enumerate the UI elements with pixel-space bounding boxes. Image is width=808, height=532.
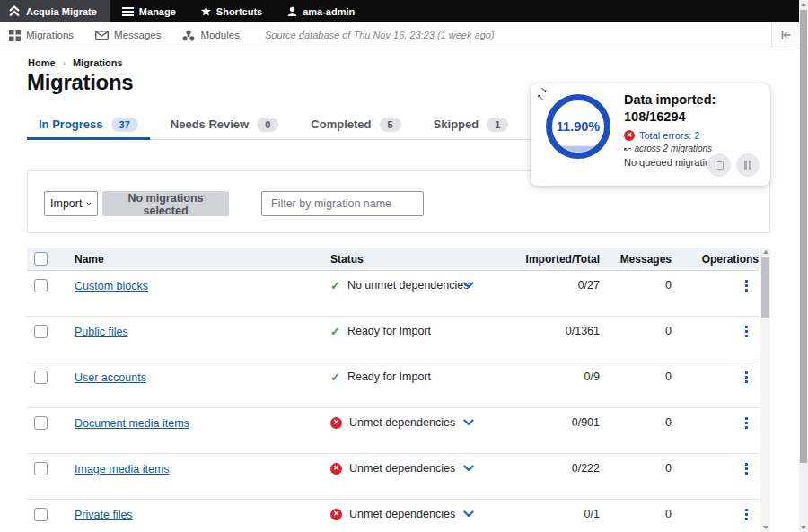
filter-migration-input[interactable]	[261, 191, 424, 216]
migration-name-link[interactable]: Document media items	[75, 417, 189, 430]
table-scrollbar[interactable]	[760, 248, 770, 532]
status-text: Ready for Import	[347, 371, 431, 383]
scroll-up-icon[interactable]	[763, 250, 768, 254]
expand-chevron-down-icon[interactable]	[461, 280, 476, 291]
scroll-down-icon[interactable]	[763, 526, 768, 529]
import-progress-card: ↘↖ 11.90% Data imported: 108/16294 Total…	[531, 83, 770, 186]
header-messages: Messages	[600, 253, 672, 266]
toolbar-item-modules[interactable]: Modules	[171, 30, 250, 41]
data-imported-heading: Data imported:	[624, 92, 763, 109]
modules-icon	[182, 30, 195, 41]
toolbar-item-messages[interactable]: Messages	[84, 30, 171, 40]
status-text: Unmet dependencies	[349, 416, 455, 429]
toolbar-orientation-toggle[interactable]	[771, 22, 799, 48]
breadcrumb-current: Migrations	[73, 57, 123, 68]
arrow-to-bar-icon	[780, 30, 792, 40]
operations-kebab-icon[interactable]	[742, 414, 751, 432]
operations-kebab-icon[interactable]	[742, 460, 751, 477]
row-checkbox[interactable]	[34, 462, 48, 475]
source-database-note: Source database of Thu Nov 16, 23:23 (1 …	[265, 30, 495, 40]
manage-menu[interactable]: Manage	[110, 0, 189, 22]
header-operations: Operations	[672, 253, 759, 266]
error-icon	[624, 130, 635, 141]
messages-count: 0	[600, 371, 672, 383]
tab-label: Skipped	[434, 118, 479, 131]
migration-name-link[interactable]: Custom blocks	[75, 280, 148, 292]
stop-icon	[716, 161, 724, 170]
breadcrumb-separator-icon: ›	[63, 58, 66, 68]
tab-count-badge: 0	[257, 118, 278, 132]
migration-name-link[interactable]: User accounts	[75, 371, 146, 384]
migration-name-link[interactable]: Public files	[75, 326, 128, 338]
data-imported-count: 108/16294	[624, 109, 763, 126]
messages-count: 0	[600, 416, 672, 429]
admin-bar: Acquia Migrate Manage Shortcuts	[0, 0, 799, 22]
status-icon	[330, 371, 340, 383]
migration-row: User accounts Ready for Import 0/9 0	[27, 362, 759, 408]
pause-icon	[744, 161, 751, 170]
status-icon	[330, 417, 342, 429]
operations-kebab-icon[interactable]	[742, 506, 751, 523]
expand-chevron-down-icon[interactable]	[461, 463, 476, 474]
breadcrumb: Home › Migrations	[28, 57, 123, 68]
across-migrations-note: across 2 migrations	[624, 144, 763, 153]
page-scroll-down-icon[interactable]	[801, 526, 806, 529]
select-all-checkbox[interactable]	[34, 252, 48, 266]
user-menu[interactable]: ama-admin	[275, 0, 367, 22]
operations-kebab-icon[interactable]	[742, 369, 751, 386]
tab-count-badge: 1	[487, 118, 508, 132]
row-checkbox[interactable]	[34, 416, 48, 430]
tab-needs-review[interactable]: Needs Review 0	[159, 109, 291, 139]
page-scroll-up-icon[interactable]	[801, 3, 806, 6]
imported-total-value: 0/9	[492, 371, 600, 383]
row-checkbox[interactable]	[34, 279, 48, 292]
secondary-toolbar: Migrations Messages Modules S	[0, 22, 799, 48]
tab-skipped[interactable]: Skipped 1	[422, 109, 521, 139]
acquia-migrate-brand[interactable]: Acquia Migrate	[0, 0, 110, 22]
wave-arrow-icon	[624, 144, 634, 153]
acquia-logo-icon	[8, 5, 21, 17]
tab-completed[interactable]: Completed 5	[299, 109, 412, 139]
stop-import-button[interactable]	[707, 153, 731, 177]
operations-kebab-icon[interactable]	[742, 277, 751, 294]
migration-row: Private files Unmet dependencies 0/1 0	[27, 500, 759, 532]
user-label: ama-admin	[303, 6, 355, 17]
migration-name-link[interactable]: Private files	[75, 509, 133, 521]
tab-count-badge: 37	[111, 118, 138, 132]
imported-total-value: 0/1361	[492, 325, 600, 337]
shortcuts-menu[interactable]: Shortcuts	[189, 0, 275, 22]
tab-label: In Progress	[39, 118, 103, 131]
row-checkbox[interactable]	[34, 508, 48, 521]
toolbar-item-migrations[interactable]: Migrations	[0, 30, 84, 41]
table-scrollbar-thumb[interactable]	[761, 257, 769, 318]
operations-kebab-icon[interactable]	[742, 323, 751, 340]
expand-chevron-down-icon[interactable]	[461, 417, 476, 428]
imported-total-value: 0/222	[492, 462, 600, 475]
messages-count: 0	[600, 462, 672, 475]
page-scrollbar-thumb[interactable]	[800, 10, 807, 463]
status-icon	[330, 326, 340, 337]
migration-name-link[interactable]: Image media items	[75, 463, 170, 475]
messages-count: 0	[600, 508, 672, 520]
shortcuts-label: Shortcuts	[216, 6, 262, 17]
expand-chevron-down-icon[interactable]	[461, 509, 476, 519]
imported-total-value: 0/27	[492, 279, 600, 292]
page-scrollbar[interactable]	[799, 0, 808, 532]
progress-percent: 11.90%	[545, 93, 611, 160]
tab-in-progress[interactable]: In Progress 37	[27, 109, 150, 139]
import-label: Import	[50, 197, 82, 210]
imported-total-value: 0/901	[492, 416, 600, 429]
imported-total-value: 0/1	[492, 508, 600, 520]
status-text: Ready for Import	[347, 325, 431, 337]
chevron-down-icon	[86, 201, 92, 206]
import-dropdown-button[interactable]: Import	[44, 191, 98, 216]
row-checkbox[interactable]	[34, 371, 48, 384]
total-errors-link[interactable]: Total errors: 2	[639, 130, 699, 141]
pause-import-button[interactable]	[736, 153, 760, 177]
status-icon	[330, 280, 340, 292]
manage-label: Manage	[139, 6, 176, 17]
status-text: Unmet dependencies	[349, 508, 455, 520]
selection-status-button: No migrations selected	[102, 191, 229, 216]
row-checkbox[interactable]	[34, 325, 48, 338]
breadcrumb-home[interactable]: Home	[28, 57, 56, 68]
